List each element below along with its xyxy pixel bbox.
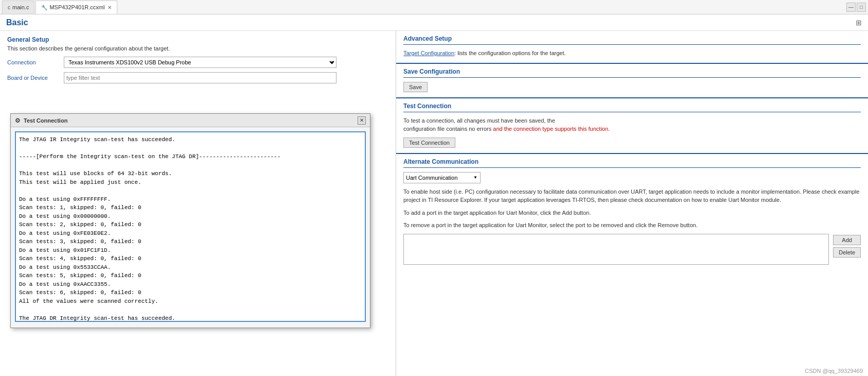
alternate-comm-dropdown-wrapper: Uart Communication None ▼ [403, 172, 481, 183]
save-configuration-section: Save Configuration Save [396, 64, 868, 98]
test-connection-highlighted: and the connection type supports this fu… [493, 126, 610, 132]
test-connection-title: Test Connection [403, 102, 861, 112]
advanced-setup-desc: Target Configuration: lists the configur… [403, 49, 861, 58]
dialog-content [11, 127, 370, 328]
dialog-gear-icon: ⚙ [15, 117, 21, 124]
restore-button[interactable]: □ [857, 3, 866, 12]
window-controls: — □ [846, 3, 866, 12]
page-title: Basic [6, 18, 28, 27]
alt-comm-desc1-text: To enable host side (i.e. PC) configurat… [403, 189, 859, 203]
target-config-desc: : lists the configuration options for th… [454, 50, 565, 56]
tab-bar: c main.c 🔧 MSP432P401R.ccxml ✕ — □ [0, 0, 868, 14]
alt-comm-desc2-text: To add a port in the target application … [403, 210, 591, 216]
file-icon: c [8, 5, 10, 10]
dialog-overlay: ⚙ Test Connection ✕ [0, 31, 396, 376]
watermark: CSDN @qq_39329469 [805, 368, 863, 374]
dialog-title-text: Test Connection [24, 117, 67, 124]
alt-comm-desc3: To remove a port in the target applicati… [403, 221, 861, 230]
tab-main-c[interactable]: c main.c [2, 1, 34, 14]
alt-comm-desc1: To enable host side (i.e. PC) configurat… [403, 187, 861, 204]
right-panel: Advanced Setup Target Configuration: lis… [396, 31, 868, 376]
advanced-setup-title: Advanced Setup [403, 35, 861, 45]
page-title-bar: Basic ⊞ [0, 14, 868, 31]
tab-main-c-label: main.c [12, 4, 29, 10]
tab-msp432-label: MSP432P401R.ccxml [49, 4, 104, 10]
save-config-title: Save Configuration [403, 68, 861, 78]
dialog-log[interactable] [15, 131, 366, 322]
target-config-link[interactable]: Target Configuration [403, 50, 454, 56]
save-button[interactable]: Save [403, 82, 428, 92]
alternate-comm-title: Alternate Communication [403, 158, 861, 168]
dialog-titlebar: ⚙ Test Connection ✕ [11, 114, 370, 127]
delete-button[interactable]: Delete [833, 247, 861, 258]
alternate-communication-section: Alternate Communication Uart Communicati… [396, 154, 868, 270]
uart-config-row: Add Delete [403, 234, 861, 265]
tab-msp432[interactable]: 🔧 MSP432P401R.ccxml ✕ [36, 1, 117, 14]
test-connection-dialog: ⚙ Test Connection ✕ [10, 113, 370, 328]
test-connection-line1: To test a connection, all changes must h… [403, 117, 555, 124]
uart-table [403, 234, 829, 265]
minimize-button[interactable]: — [846, 3, 856, 12]
uart-button-column: Add Delete [833, 234, 861, 265]
xml-icon: 🔧 [41, 5, 47, 10]
test-connection-desc: To test a connection, all changes must h… [403, 116, 861, 133]
alt-comm-desc3-text: To remove a port in the target applicati… [403, 222, 698, 228]
dialog-close-button[interactable]: ✕ [358, 116, 366, 125]
tab-close-icon[interactable]: ✕ [108, 5, 112, 10]
add-button[interactable]: Add [833, 235, 861, 245]
test-connection-section: Test Connection To test a connection, al… [396, 98, 868, 154]
left-panel: General Setup This section describes the… [0, 31, 396, 376]
advanced-setup-section: Advanced Setup Target Configuration: lis… [396, 31, 868, 64]
test-connection-line2: configuration file contains no errors an… [403, 126, 610, 132]
alt-comm-desc2: To add a port in the target application … [403, 209, 861, 217]
grid-icon[interactable]: ⊞ [856, 19, 862, 27]
test-connection-button[interactable]: Test Connection [403, 138, 455, 148]
main-layout: General Setup This section describes the… [0, 31, 868, 376]
alternate-comm-select[interactable]: Uart Communication None [403, 172, 481, 183]
